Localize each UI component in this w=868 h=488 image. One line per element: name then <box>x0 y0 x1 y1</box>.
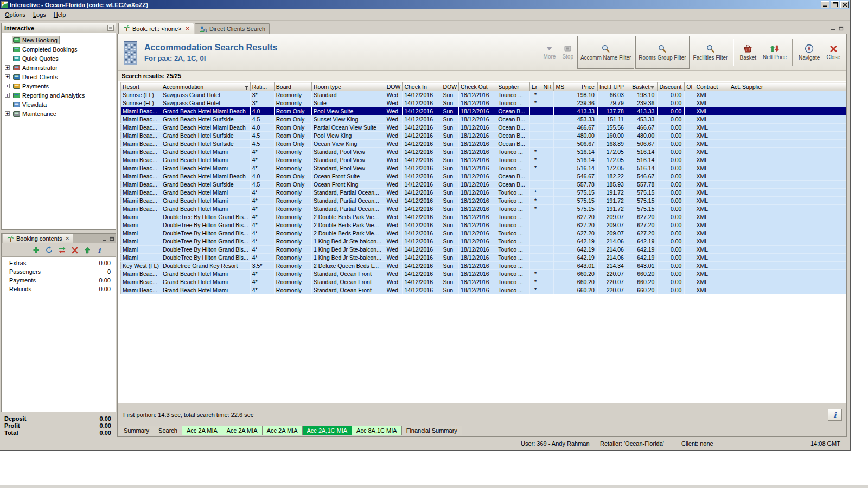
delete-icon[interactable] <box>71 247 79 254</box>
bottom-tab-summary[interactable]: Summary <box>119 426 154 435</box>
table-row[interactable]: Miami Beac...Grand Beach Hotel Miami4*Ro… <box>121 189 846 197</box>
expand-icon[interactable]: + <box>5 65 10 70</box>
table-row[interactable]: Miami Beac...Grand Beach Hotel Miami Bea… <box>121 124 846 132</box>
column-header-dow[interactable]: DOW <box>385 82 403 91</box>
table-row[interactable]: Miami Beac...Grand Beach Hotel Surfside4… <box>121 140 846 148</box>
column-header-of[interactable]: Of <box>685 82 694 91</box>
bottom-tab-acc-2a-mia[interactable]: Acc 2A MIA <box>222 426 263 435</box>
sidebar-item-maintenance[interactable]: +Maintenance <box>2 109 116 118</box>
column-header-supplier[interactable]: Supplier <box>496 82 530 91</box>
column-header-resort[interactable]: Resort <box>121 82 161 91</box>
table-row[interactable]: Miami Beac...Grand Beach Hotel Surfside4… <box>121 132 846 140</box>
table-row[interactable]: Sunrise (FL)Sawgrass Grand Hotel3*Roomon… <box>121 91 846 99</box>
column-header-er[interactable]: Er <box>529 82 541 91</box>
sidebar-item-administrator[interactable]: +Administrator <box>2 63 116 72</box>
sidebar-item-completed-bookings[interactable]: Completed Bookings <box>2 44 116 54</box>
sidebar-item-payments[interactable]: +Payments <box>2 81 116 91</box>
column-header-dow[interactable]: DOW <box>441 82 459 91</box>
table-row[interactable]: Miami Beac...Grand Beach Hotel Surfside4… <box>121 181 846 189</box>
panel-restore-icon[interactable] <box>109 236 114 241</box>
rooms-group-filter-button[interactable]: Rooms Group Filter <box>635 36 689 69</box>
accomm-name-filter-button[interactable]: Accomm Name Filter <box>577 36 634 69</box>
table-row[interactable]: Miami Beac...Grand Beach Hotel Miami4*Ro… <box>121 197 846 205</box>
table-row[interactable]: Miami Beac...Grand Beach Hotel Miami4*Ro… <box>121 148 846 156</box>
booking-contents-tab[interactable]: Booking contents ✕ <box>3 234 73 243</box>
sidebar-item-new-booking[interactable]: New Booking <box>2 35 116 44</box>
table-row[interactable]: Miami Beac...Grand Beach Hotel Miami4*Ro… <box>121 164 846 172</box>
panel-minimize-icon[interactable] <box>831 26 836 31</box>
booking-contents-close-icon[interactable]: ✕ <box>65 236 69 241</box>
add-icon[interactable] <box>32 246 40 254</box>
column-header-discount[interactable]: Discount <box>658 82 685 91</box>
basket-button[interactable]: Basket <box>737 36 759 69</box>
menu-help[interactable]: Help <box>50 10 70 19</box>
tab-direct-clients-search[interactable]: Direct Clients Search <box>195 23 270 34</box>
column-header-rati[interactable]: Rati... <box>250 82 274 91</box>
bottom-tab-acc-2a-mia[interactable]: Acc 2A MIA <box>182 426 222 435</box>
table-row[interactable]: Miami Beac...Grand Beach Hotel Miami Bea… <box>121 107 846 115</box>
column-header-contract[interactable]: Contract <box>694 82 729 91</box>
panel-restore-icon[interactable] <box>838 26 844 31</box>
info-icon[interactable]: i <box>96 247 103 254</box>
navigate-button[interactable]: Navigate <box>796 36 822 69</box>
table-row[interactable]: Miami Beac...Grand Beach Hotel Miami4*Ro… <box>121 278 846 286</box>
sidebar-item-quick-quotes[interactable]: Quick Quotes <box>2 54 116 63</box>
column-header-check-in[interactable]: Check In <box>403 82 441 91</box>
panel-collapse-button[interactable] <box>107 25 114 31</box>
sidebar-item-direct-clients[interactable]: +Direct Clients <box>2 72 116 81</box>
nett-price-button[interactable]: Nett Price <box>760 36 789 69</box>
column-header-basket[interactable]: Basket <box>627 82 657 91</box>
expand-icon[interactable]: + <box>5 111 10 116</box>
sidebar-item-viewdata[interactable]: Viewdata <box>2 100 116 109</box>
menu-logs[interactable]: Logs <box>29 10 50 19</box>
menu-options[interactable]: Options <box>1 10 29 19</box>
table-row[interactable]: MiamiDoubleTree By Hilton Grand Bis...4*… <box>121 246 846 254</box>
booking-list-item[interactable]: Payments0.00 <box>2 276 116 285</box>
table-row[interactable]: MiamiDoubleTree By Hilton Grand Bis...4*… <box>121 213 846 221</box>
panel-minimize-icon[interactable] <box>102 236 107 241</box>
info-button[interactable]: i <box>828 409 842 421</box>
tab-close-icon[interactable]: ✕ <box>186 25 190 31</box>
expand-icon[interactable]: + <box>5 93 10 98</box>
table-row[interactable]: Sunrise (FL)Sawgrass Grand Hotel3*Roomon… <box>121 99 846 107</box>
close-button[interactable] <box>840 1 849 8</box>
table-row[interactable]: Miami Beac...Grand Beach Hotel Miami4*Ro… <box>121 205 846 213</box>
bottom-tab-acc-8a-1c-mia[interactable]: Acc 8A,1C MIA <box>352 426 402 435</box>
booking-list-item[interactable]: Passengers0 <box>2 267 116 276</box>
table-row[interactable]: MiamiDoubleTree By Hilton Grand Bis...4*… <box>121 229 846 237</box>
column-header-incl-fl-pp[interactable]: Incl.Fl.PP <box>597 82 627 91</box>
table-row[interactable]: Key West (FL)Doubletree Grand Key Resort… <box>121 262 846 270</box>
maximize-button[interactable] <box>831 1 839 8</box>
table-row[interactable]: MiamiDoubleTree By Hilton Grand Bis...4*… <box>121 221 846 229</box>
table-row[interactable]: MiamiDoubleTree By Hilton Grand Bis...4*… <box>121 254 846 262</box>
table-row[interactable]: Miami Beac...Grand Beach Hotel Miami4*Ro… <box>121 156 846 164</box>
column-header-room-type[interactable]: Room type <box>312 82 385 91</box>
column-header-accommodation[interactable]: Accommodation <box>161 82 250 91</box>
booking-list-item[interactable]: Refunds0.00 <box>2 285 116 293</box>
sidebar-item-reporting-and-analytics[interactable]: +Reporting and Analytics <box>2 91 116 100</box>
table-row[interactable]: Miami Beac...Grand Beach Hotel Miami4*Ro… <box>121 286 846 294</box>
close-button[interactable]: Close <box>824 36 843 69</box>
booking-list-item[interactable]: Extras0.00 <box>2 259 116 267</box>
column-header-price[interactable]: Price <box>567 82 598 91</box>
bottom-tab-financial-summary[interactable]: Financial Summary <box>401 426 462 435</box>
bottom-tab-search[interactable]: Search <box>154 426 182 435</box>
column-header-ms[interactable]: MS <box>554 82 567 91</box>
table-row[interactable]: Miami Beac...Grand Beach Hotel Surfside4… <box>121 115 846 124</box>
table-row[interactable]: MiamiDoubleTree By Hilton Grand Bis...4*… <box>121 237 846 246</box>
facilities-filter-button[interactable]: Facilities Filter <box>691 36 731 69</box>
refresh-icon[interactable] <box>45 246 53 254</box>
column-header-blank[interactable] <box>773 82 846 91</box>
column-header-board[interactable]: Board <box>274 82 311 91</box>
column-header-act-supplier[interactable]: Act. Supplier <box>729 82 773 91</box>
minimize-button[interactable] <box>821 1 829 8</box>
table-row[interactable]: Miami Beac...Grand Beach Hotel Miami Bea… <box>121 172 846 181</box>
column-header-check-out[interactable]: Check Out <box>459 82 496 91</box>
expand-icon[interactable]: + <box>5 84 10 88</box>
upload-icon[interactable] <box>84 247 91 254</box>
transfer-icon[interactable] <box>58 246 66 254</box>
bottom-tab-acc-2a-1c-mia[interactable]: Acc 2A,1C MIA <box>302 426 353 435</box>
bottom-tab-acc-2a-mia[interactable]: Acc 2A MIA <box>262 426 303 435</box>
column-header-nr[interactable]: NR <box>541 82 554 91</box>
tab-book-ref-none[interactable]: Book. ref.: <none>✕ <box>118 23 194 34</box>
